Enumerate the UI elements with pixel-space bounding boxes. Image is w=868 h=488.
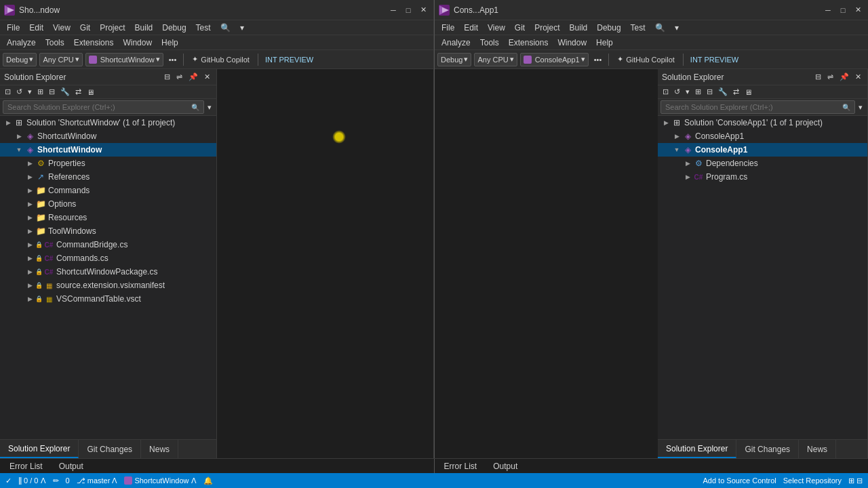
project-dropdown-2[interactable]: ConsoleApp1 ▾ xyxy=(520,53,589,66)
copilot-btn-1[interactable]: ✦ GitHub Copilot xyxy=(188,53,254,66)
tree-item-solution-2[interactable]: ▶ ⊞ Solution 'ConsoleApp1' (1 of 1 proje… xyxy=(658,116,867,129)
menu-view-1[interactable]: View xyxy=(49,22,75,34)
menu-test-1[interactable]: Test xyxy=(192,22,215,34)
menu-extensions-2[interactable]: Extensions xyxy=(505,37,553,49)
tab-solution-explorer-2[interactable]: Solution Explorer xyxy=(658,440,736,458)
menu-file-1[interactable]: File xyxy=(3,22,24,34)
tree-item-options[interactable]: ▶ 📁 Options xyxy=(0,197,216,211)
menu-dropdown-2[interactable]: ▾ xyxy=(671,22,683,34)
status-project-name[interactable]: ShortcutWindow ᐱ xyxy=(124,476,196,485)
more-btn-2[interactable]: ••• xyxy=(591,53,605,66)
status-layout-icons[interactable]: ⊞ ⊟ xyxy=(848,476,863,485)
menu-test-2[interactable]: Test xyxy=(627,22,650,34)
toolbar-btn-f[interactable]: 🔧 xyxy=(58,87,72,97)
output-tab-2[interactable]: Output xyxy=(489,460,521,472)
status-bell[interactable]: 🔔 xyxy=(203,476,213,485)
pin-btn-2[interactable]: 📌 xyxy=(837,72,851,82)
menu-project-2[interactable]: Project xyxy=(530,22,564,34)
restore-btn-2[interactable]: □ xyxy=(837,5,849,16)
minimize-btn-2[interactable]: ─ xyxy=(822,5,834,16)
tab-news-2[interactable]: News xyxy=(799,440,836,458)
platform-dropdown-1[interactable]: Any CPU ▾ xyxy=(39,53,82,66)
toolbar2-btn-h[interactable]: 🖥 xyxy=(743,87,754,97)
status-add-source-control[interactable]: Add to Source Control xyxy=(703,476,776,485)
tree-item-proj2-collapsed[interactable]: ▶ ◈ ConsoleApp1 xyxy=(658,129,867,143)
tree-item-program[interactable]: ▶ C# Program.cs xyxy=(658,170,867,184)
toolbar2-btn-f[interactable]: 🔧 xyxy=(716,87,730,97)
menu-analyze-2[interactable]: Analyze xyxy=(437,37,475,49)
toolbar-btn-g[interactable]: ⇄ xyxy=(73,87,83,97)
menu-dropdown-1[interactable]: ▾ xyxy=(236,22,248,34)
copilot-btn-2[interactable]: ✦ GitHub Copilot xyxy=(613,53,679,66)
search-dropdown-1[interactable]: ▾ xyxy=(205,102,214,113)
tab-news-1[interactable]: News xyxy=(141,440,178,458)
error-list-tab-1[interactable]: Error List xyxy=(5,460,47,472)
tree-item-commandbridge[interactable]: ▶ 🔒 C# CommandBridge.cs xyxy=(0,238,216,251)
close-panel-btn-1[interactable]: ✕ xyxy=(202,72,212,82)
tree-item-toolwindows[interactable]: ▶ 📁 ToolWindows xyxy=(0,224,216,238)
search-dropdown-2[interactable]: ▾ xyxy=(856,102,865,113)
project-dropdown-1[interactable]: ShortcutWindow ▾ xyxy=(85,53,163,66)
tree-item-vsix[interactable]: ▶ 🔒 ▦ source.extension.vsixmanifest xyxy=(0,279,216,292)
error-list-tab-2[interactable]: Error List xyxy=(440,460,481,472)
menu-analyze-1[interactable]: Analyze xyxy=(3,37,40,49)
config-dropdown-2[interactable]: Debug ▾ xyxy=(437,53,471,66)
tree-container-2[interactable]: ▶ ⊞ Solution 'ConsoleApp1' (1 of 1 proje… xyxy=(658,116,867,439)
toolbar-btn-h[interactable]: 🖥 xyxy=(85,87,96,97)
menu-build-2[interactable]: Build xyxy=(566,22,592,34)
menu-help-1[interactable]: Help xyxy=(157,37,182,49)
search-box-1[interactable]: 🔍 xyxy=(3,100,204,114)
menu-window-1[interactable]: Window xyxy=(119,37,156,49)
sync-btn-1[interactable]: ⇌ xyxy=(174,72,184,82)
tree-item-references[interactable]: ▶ ↗ References xyxy=(0,170,216,184)
config-dropdown-1[interactable]: Debug ▾ xyxy=(3,53,37,66)
menu-build-1[interactable]: Build xyxy=(131,22,157,34)
search-icon-1[interactable]: 🔍 xyxy=(216,22,235,34)
search-input-1[interactable] xyxy=(7,103,189,111)
toolbar2-btn-e[interactable]: ⊟ xyxy=(705,87,715,97)
status-warnings[interactable]: 0 xyxy=(66,476,70,485)
menu-file-2[interactable]: File xyxy=(437,22,458,34)
menu-debug-2[interactable]: Debug xyxy=(593,22,625,34)
status-select-repo[interactable]: Select Repository xyxy=(783,476,842,485)
menu-tools-1[interactable]: Tools xyxy=(41,37,68,49)
menu-debug-1[interactable]: Debug xyxy=(158,22,190,34)
tree-item-solution-1[interactable]: ▶ ⊞ Solution 'ShortcutWindow' (1 of 1 pr… xyxy=(0,116,216,129)
close-btn-2[interactable]: ✕ xyxy=(852,5,864,16)
toolbar-btn-e[interactable]: ⊟ xyxy=(47,87,57,97)
status-pencil[interactable]: ✏ xyxy=(53,476,59,485)
minimize-btn-1[interactable]: ─ xyxy=(387,5,399,16)
collapse-btn-1[interactable]: ⊟ xyxy=(162,72,172,82)
menu-edit-1[interactable]: Edit xyxy=(25,22,47,34)
toolbar2-btn-b[interactable]: ↺ xyxy=(672,87,682,97)
search-input-2[interactable] xyxy=(665,103,840,111)
menu-tools-2[interactable]: Tools xyxy=(476,37,503,49)
toolbar-btn-a[interactable]: ⊡ xyxy=(3,87,13,97)
status-errors[interactable]: ǁ 0 / 0 ᐱ xyxy=(18,476,46,485)
tree-item-deps[interactable]: ▶ ⚙ Dependencies xyxy=(658,157,867,170)
menu-extensions-1[interactable]: Extensions xyxy=(70,37,118,49)
tree-item-proj-collapsed[interactable]: ▶ ◈ ShortcutWindow xyxy=(0,129,216,143)
search-box-2[interactable]: 🔍 xyxy=(660,100,855,114)
tree-item-properties[interactable]: ▶ ⚙ Properties xyxy=(0,157,216,170)
pin-btn-1[interactable]: 📌 xyxy=(186,72,200,82)
menu-git-2[interactable]: Git xyxy=(511,22,529,34)
tree-item-proj2-expanded[interactable]: ▼ ◈ ConsoleApp1 xyxy=(658,143,867,157)
tree-item-commandscs[interactable]: ▶ 🔒 C# Commands.cs xyxy=(0,251,216,265)
toolbar2-btn-g[interactable]: ⇄ xyxy=(731,87,741,97)
toolbar-btn-c[interactable]: ▾ xyxy=(26,87,34,97)
sync-btn-2[interactable]: ⇌ xyxy=(825,72,835,82)
restore-btn-1[interactable]: □ xyxy=(402,5,414,16)
platform-dropdown-2[interactable]: Any CPU ▾ xyxy=(474,53,517,66)
close-panel-btn-2[interactable]: ✕ xyxy=(853,72,863,82)
tab-solution-explorer-1[interactable]: Solution Explorer xyxy=(0,440,79,458)
tree-item-vsct[interactable]: ▶ 🔒 ▦ VSCommandTable.vsct xyxy=(0,292,216,306)
toolbar2-btn-c[interactable]: ▾ xyxy=(684,87,692,97)
tree-item-packagecs[interactable]: ▶ 🔒 C# ShortcutWindowPackage.cs xyxy=(0,265,216,279)
toolbar-btn-b[interactable]: ↺ xyxy=(14,87,24,97)
menu-window-2[interactable]: Window xyxy=(553,37,591,49)
menu-view-2[interactable]: View xyxy=(484,22,509,34)
toolbar2-btn-a[interactable]: ⊡ xyxy=(660,87,671,97)
close-btn-1[interactable]: ✕ xyxy=(417,5,429,16)
output-tab-1[interactable]: Output xyxy=(55,460,87,472)
